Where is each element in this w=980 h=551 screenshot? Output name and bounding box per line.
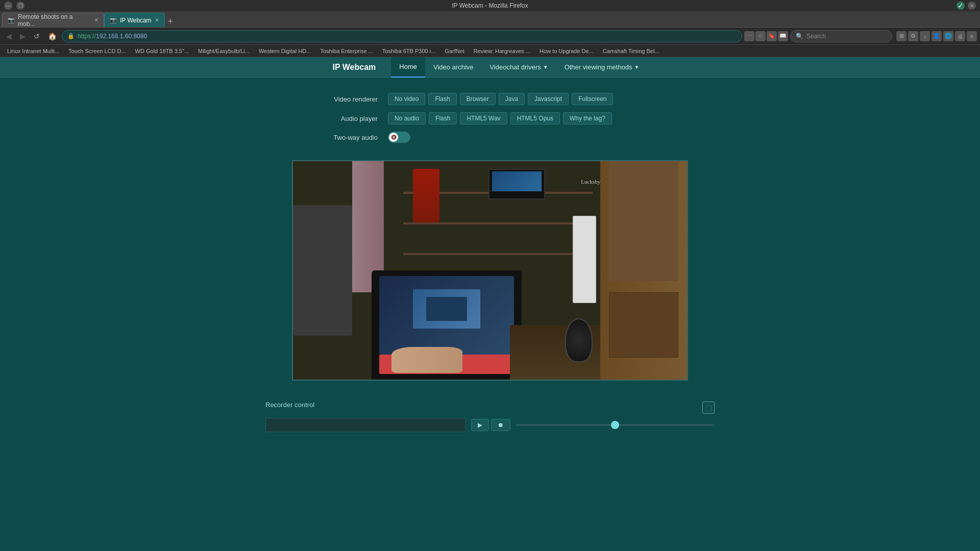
two-way-audio-toggle-container: 🔇 xyxy=(388,132,410,143)
tab-close-2[interactable]: ✕ xyxy=(155,17,159,23)
other-viewing-label: Other viewing methods xyxy=(565,63,632,71)
tab-favicon-1: 📷 xyxy=(8,17,15,23)
audio-html5-opus-btn[interactable]: HTML5 Opus xyxy=(510,112,560,124)
bookmark-4[interactable]: Milight/Easybulb/Li... xyxy=(194,47,254,55)
recorder-buttons: ▶ ⏺ xyxy=(471,419,510,431)
tab-bar: 📷 Remote shoots on a mob... ✕ 📷 IP Webca… xyxy=(0,11,980,28)
bookmark-9[interactable]: Review: Hargreaves ... xyxy=(470,47,534,55)
two-way-audio-toggle[interactable]: 🔇 xyxy=(388,132,410,143)
red-backpack xyxy=(413,169,439,222)
home-button[interactable]: 🏠 xyxy=(45,31,60,41)
two-way-audio-label: Two-way audio xyxy=(311,134,378,141)
audio-why-lag-btn[interactable]: Why the lag? xyxy=(563,112,612,124)
recorder-label: Recorder control xyxy=(265,401,314,409)
search-bar[interactable]: 🔍 Search xyxy=(790,30,892,42)
new-tab-button[interactable]: + xyxy=(165,16,177,27)
video-fullscreen-btn[interactable]: Fullscreen xyxy=(572,93,613,105)
white-rack-scene xyxy=(573,216,596,303)
site-nav-home[interactable]: Home xyxy=(391,57,425,78)
lens-scene xyxy=(565,318,593,362)
back-button[interactable]: ◀ xyxy=(3,31,15,41)
bookmark-8[interactable]: GarfNet xyxy=(440,47,469,55)
content-area: Video renderer No video Flash Browser Ja… xyxy=(0,78,980,453)
toggle-mute-icon: 🔇 xyxy=(391,135,397,140)
search-text: Search xyxy=(806,33,826,40)
toolbar-icon-4[interactable]: 👤 xyxy=(932,31,942,41)
recorder-slider-area xyxy=(516,424,715,426)
url-bar[interactable]: 🔒 https://192.168.1.60:8080 xyxy=(62,30,742,42)
video-browser-btn[interactable]: Browser xyxy=(460,93,496,105)
recorder-btn-1[interactable]: ▶ xyxy=(471,419,489,431)
laptop-screen-content xyxy=(413,289,480,329)
toolbar-icon-7[interactable]: ≡ xyxy=(967,31,977,41)
tab-favicon-2: 📷 xyxy=(110,17,117,23)
cabinet-top xyxy=(609,161,678,281)
bookmark-3[interactable]: WD Gold 18TB 3.5"... xyxy=(131,47,193,55)
video-javascript-btn[interactable]: Javascript xyxy=(528,93,569,105)
nav-icon-reader[interactable]: 📖 xyxy=(778,31,788,41)
toolbar-icons: ⊞ ⚙ ↓ 👤 🌐 🖨 ≡ xyxy=(896,31,977,41)
recorder-input[interactable] xyxy=(265,418,466,432)
wall-text: Lucksby xyxy=(581,179,600,185)
cabinet-scene xyxy=(600,161,687,380)
recorder-slider-track[interactable] xyxy=(516,424,715,426)
bookmark-11[interactable]: Camshaft Timing Bel... xyxy=(599,47,664,55)
toggle-knob: 🔇 xyxy=(389,133,398,142)
tab-label-1: Remote shoots on a mob... xyxy=(18,13,91,28)
audio-player-buttons: No audio Flash HTML5 Wav HTML5 Opus Why … xyxy=(388,112,612,124)
nav-icon-1[interactable]: ⋯ xyxy=(744,31,754,41)
window-close-button[interactable]: ✕ xyxy=(968,2,976,10)
nav-icons: ⋯ ☆ 🔖 📖 xyxy=(744,31,788,41)
tab-remote-shoots[interactable]: 📷 Remote shoots on a mob... ✕ xyxy=(2,13,104,27)
audio-flash-btn[interactable]: Flash xyxy=(429,112,457,124)
audio-player-row: Audio player No audio Flash HTML5 Wav HT… xyxy=(311,112,669,124)
bookmark-10[interactable]: How to Upgrade De... xyxy=(535,47,598,55)
lock-icon: 🔒 xyxy=(67,33,75,39)
tab-ipwebcam[interactable]: 📷 IP Webcam ✕ xyxy=(104,13,165,27)
window-minimize-button[interactable]: — xyxy=(4,2,12,10)
tab-close-1[interactable]: ✕ xyxy=(94,17,99,23)
recorder-btn-2[interactable]: ⏺ xyxy=(491,419,510,431)
nav-icon-2[interactable]: ☆ xyxy=(755,31,766,41)
recorder-bar: ▶ ⏺ xyxy=(265,418,715,432)
hand-scene xyxy=(391,347,462,373)
audio-html5-wav-btn[interactable]: HTML5 Wav xyxy=(460,112,507,124)
site-nav-other-viewing[interactable]: Other viewing methods ▼ xyxy=(556,57,648,78)
nav-bar: ◀ ▶ ↺ 🏠 🔒 https://192.168.1.60:8080 ⋯ ☆ … xyxy=(0,28,980,45)
bookmark-5[interactable]: Western Digital HD... xyxy=(255,47,315,55)
video-renderer-row: Video renderer No video Flash Browser Ja… xyxy=(311,93,669,105)
toolbar-icon-3[interactable]: ↓ xyxy=(920,31,930,41)
bookmark-6[interactable]: Toshiba Enterprise ... xyxy=(316,47,377,55)
video-java-btn[interactable]: Java xyxy=(499,93,525,105)
toolbar-icon-6[interactable]: 🖨 xyxy=(955,31,965,41)
toolbar-icon-5[interactable]: 🌐 xyxy=(943,31,953,41)
reload-button[interactable]: ↺ xyxy=(31,31,43,41)
bookmark-1[interactable]: Linux Intranet Multi... xyxy=(3,47,63,55)
nav-icon-3[interactable]: 🔖 xyxy=(767,31,777,41)
toolbar-icon-1[interactable]: ⊞ xyxy=(896,31,906,41)
two-way-audio-row: Two-way audio 🔇 xyxy=(311,132,669,143)
video-flash-btn[interactable]: Flash xyxy=(428,93,456,105)
laptop-inner-content xyxy=(426,297,467,320)
videochat-dropdown-arrow: ▼ xyxy=(543,64,548,70)
audio-no-audio-btn[interactable]: No audio xyxy=(388,112,426,124)
window-sync-icon: ✓ xyxy=(957,2,965,10)
monitor-on-shelf xyxy=(488,169,545,199)
workshop-scene: Lucksby xyxy=(293,161,687,380)
audio-player-label: Audio player xyxy=(311,115,378,122)
toolbar-icon-2[interactable]: ⚙ xyxy=(908,31,918,41)
videochat-drivers-label: Videochat drivers xyxy=(490,63,541,71)
site-nav-video-archive[interactable]: Video archive xyxy=(425,57,482,78)
recorder-slider-thumb[interactable] xyxy=(611,421,619,429)
external-link-icon[interactable]: ⬚ xyxy=(702,402,715,414)
video-no-video-btn[interactable]: No video xyxy=(388,93,425,105)
bookmark-2[interactable]: Touch Screen LCD D... xyxy=(64,47,130,55)
bookmark-7[interactable]: Toshiba 6TB P300 i... xyxy=(378,47,440,55)
search-icon: 🔍 xyxy=(796,33,803,40)
forward-button[interactable]: ▶ xyxy=(17,31,29,41)
site-nav-videochat-drivers[interactable]: Videochat drivers ▼ xyxy=(482,57,556,78)
window-chrome: — ❐ IP Webcam - Mozilla Firefox ✓ ✕ xyxy=(0,0,980,11)
monitor-screen xyxy=(492,171,541,191)
window-restore-button[interactable]: ❐ xyxy=(16,2,24,10)
recorder-section: Recorder control ⬚ ▶ ⏺ xyxy=(265,391,715,437)
